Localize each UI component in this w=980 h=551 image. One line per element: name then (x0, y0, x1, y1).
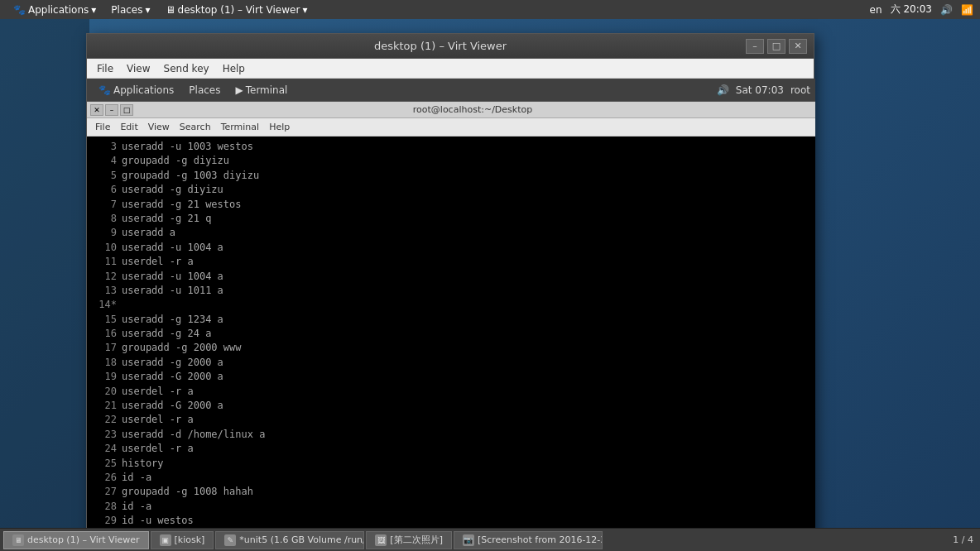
virt-viewer-taskbar[interactable]: 🖥 desktop (1) – Virt Viewer ▾ (159, 2, 315, 17)
virt-window-title: desktop (1) – Virt Viewer (135, 40, 746, 52)
taskbar-photos-label: [第二次照片] (390, 534, 443, 546)
taskbar-item-kiosk[interactable]: ▣ [kiosk] (151, 531, 214, 549)
gnome-bar-left: 🐾 Applications Places ▶ Terminal (92, 83, 294, 98)
term-search-menu[interactable]: Search (175, 121, 216, 133)
taskbar-page-info: 1 / 4 (953, 534, 977, 545)
term-edit-menu[interactable]: Edit (115, 121, 142, 133)
gnome-places-label: Places (189, 84, 220, 96)
table-row: 17groupadd -g 2000 www (94, 341, 809, 355)
volume-icon[interactable]: 🔊 (940, 4, 953, 16)
gnome-bar-right: 🔊 Sat 07:03 root (717, 84, 810, 96)
system-bar-left: 🐾 Applications ▾ Places ▾ 🖥 desktop (1) … (7, 2, 314, 17)
system-bar-right: en 六 20:03 🔊 📶 (870, 2, 973, 17)
gnome-places-menu[interactable]: Places (182, 83, 227, 98)
table-row: 14* (94, 298, 809, 312)
taskbar-item-screenshot[interactable]: 📷 [Screenshot from 2016-12-31 ... (454, 531, 603, 549)
taskbar-kiosk-icon: ▣ (160, 534, 171, 546)
table-row: 8useradd -g 21 q (94, 212, 809, 226)
table-row: 23useradd -d /home/linux a (94, 428, 809, 442)
table-row: 12useradd -u 1004 a (94, 270, 809, 284)
table-row: 22userdel -r a (94, 413, 809, 427)
datetime: 六 20:03 (891, 2, 932, 17)
table-row: 6useradd -g diyizu (94, 183, 809, 197)
terminal-menubar: File Edit View Search Terminal Help (87, 118, 815, 137)
taskbar-kiosk-label: [kiosk] (175, 534, 205, 545)
term-window-controls: ✕ – □ (90, 104, 133, 116)
places-menu[interactable]: Places ▾ (104, 2, 156, 17)
virt-icon: 🖥 (166, 4, 175, 16)
applications-menu[interactable]: 🐾 Applications ▾ (7, 2, 103, 17)
virt-viewer-window: desktop (1) – Virt Viewer – □ ✕ File Vie… (86, 33, 814, 551)
table-row: 26id -a (94, 471, 809, 485)
gnome-applications-label: Applications (113, 84, 174, 96)
taskbar-item-unit5[interactable]: ✎ *unit5 (1.6 GB Volume /run/medi... (215, 531, 364, 549)
taskbar-page-text: 1 / 4 (953, 534, 973, 545)
close-button[interactable]: ✕ (789, 39, 807, 54)
term-file-menu[interactable]: File (90, 121, 115, 133)
taskbar-item-virt[interactable]: 🖥 desktop (1) – Virt Viewer (3, 531, 149, 549)
window-controls: – □ ✕ (746, 39, 807, 54)
terminal-content[interactable]: 3useradd -u 1003 westos 4groupadd -g diy… (87, 137, 815, 551)
taskbar-screenshot-label: [Screenshot from 2016-12-31 ... (478, 534, 603, 545)
table-row: 18useradd -g 2000 a (94, 356, 809, 370)
gnome-applications-menu[interactable]: 🐾 Applications (92, 83, 180, 98)
gnome-terminal-label: Terminal (246, 84, 288, 96)
term-close-btn[interactable]: ✕ (90, 104, 103, 116)
table-row: 4groupadd -g diyizu (94, 154, 809, 168)
table-row: 15useradd -g 1234 a (94, 313, 809, 327)
gnome-bar: 🐾 Applications Places ▶ Terminal 🔊 Sat 0… (87, 79, 815, 102)
table-row: 16useradd -g 24 a (94, 327, 809, 341)
taskbar-unit5-label: *unit5 (1.6 GB Volume /run/medi... (239, 534, 364, 545)
taskbar-virt-icon: 🖥 (12, 534, 24, 546)
places-dropdown-icon: ▾ (146, 4, 151, 16)
taskbar: 🖥 desktop (1) – Virt Viewer ▣ [kiosk] ✎ … (0, 528, 980, 551)
gnome-terminal-menu[interactable]: ▶ Terminal (228, 83, 294, 98)
term-titlebar: ✕ – □ root@localhost:~/Desktop (87, 102, 815, 118)
gnome-datetime: Sat 07:03 (736, 84, 784, 96)
term-max-btn[interactable]: □ (120, 104, 133, 116)
taskbar-unit5-icon: ✎ (224, 534, 236, 546)
virt-sendkey-menu[interactable]: Send key (157, 61, 216, 76)
desktop: desktop (1) – Virt Viewer – □ ✕ File Vie… (0, 19, 980, 551)
gnome-app-icon: 🐾 (98, 84, 111, 96)
taskbar-item-photos[interactable]: 🖼 [第二次照片] (366, 531, 452, 549)
table-row: 25history (94, 457, 809, 471)
table-row: 3useradd -u 1003 westos (94, 140, 809, 154)
system-bar: 🐾 Applications ▾ Places ▾ 🖥 desktop (1) … (0, 0, 980, 19)
term-terminal-menu[interactable]: Terminal (216, 121, 265, 133)
table-row: 21useradd -G 2000 a (94, 399, 809, 413)
virt-label: desktop (1) – Virt Viewer (178, 4, 300, 16)
table-row: 19useradd -G 2000 a (94, 370, 809, 384)
table-row: 10useradd -u 1004 a (94, 241, 809, 255)
virt-file-menu[interactable]: File (90, 61, 120, 76)
virt-view-menu[interactable]: View (120, 61, 156, 76)
table-row: 27groupadd -g 1008 hahah (94, 485, 809, 499)
minimize-button[interactable]: – (746, 39, 764, 54)
table-row: 20userdel -r a (94, 385, 809, 399)
applications-label: Applications (28, 4, 89, 16)
maximize-button[interactable]: □ (767, 39, 785, 54)
term-help-menu[interactable]: Help (264, 121, 295, 133)
taskbar-virt-label: desktop (1) – Virt Viewer (27, 534, 140, 545)
table-row: 29id -u westos (94, 514, 809, 528)
left-panel (0, 19, 89, 532)
taskbar-photos-icon: 🖼 (375, 534, 387, 546)
virt-dropdown-icon: ▾ (302, 4, 307, 16)
term-view-menu[interactable]: View (143, 121, 175, 133)
table-row: 11userdel -r a (94, 255, 809, 269)
terminal-title: root@localhost:~/Desktop (133, 104, 812, 115)
term-min-btn[interactable]: – (105, 104, 118, 116)
lang-indicator[interactable]: en (870, 4, 882, 16)
table-row: 13useradd -u 1011 a (94, 284, 809, 298)
gnome-volume-icon[interactable]: 🔊 (717, 84, 729, 96)
table-row: 7useradd -g 21 westos (94, 198, 809, 212)
table-row: 24userdel -r a (94, 442, 809, 456)
virt-help-menu[interactable]: Help (216, 61, 252, 76)
inner-window: 🐾 Applications Places ▶ Terminal 🔊 Sat 0… (87, 79, 815, 551)
table-row: 5groupadd -g 1003 diyizu (94, 169, 809, 183)
table-row: 9useradd a (94, 226, 809, 240)
network-icon[interactable]: 📶 (961, 4, 973, 16)
taskbar-screenshot-icon: 📷 (463, 534, 474, 546)
virt-menubar: File View Send key Help (87, 59, 814, 79)
app-icon: 🐾 (13, 4, 26, 16)
